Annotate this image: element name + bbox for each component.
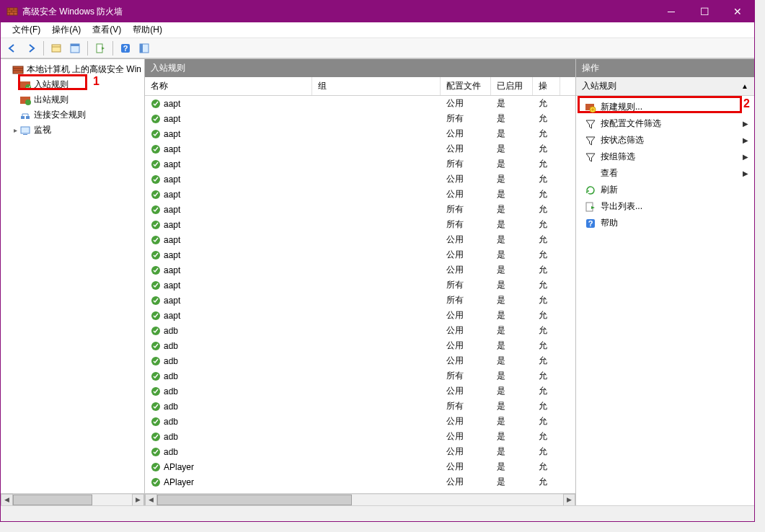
rule-action: 允 <box>536 218 563 231</box>
scroll-left-button[interactable]: ◀ <box>1 494 13 506</box>
rule-action: 允 <box>536 143 563 155</box>
svg-rect-3 <box>71 44 79 46</box>
action-item[interactable]: 按配置文件筛选▶ <box>576 115 754 132</box>
table-row[interactable]: aapt所有是允 <box>145 217 575 232</box>
action-item[interactable]: ?帮助 <box>576 215 754 231</box>
col-header-profile[interactable]: 配置文件 <box>441 77 491 95</box>
maximize-button[interactable]: ☐ <box>688 1 721 22</box>
col-header-enabled[interactable]: 已启用 <box>491 77 533 95</box>
action-item[interactable]: 按组筛选▶ <box>576 148 754 165</box>
action-item[interactable]: 按状态筛选▶ <box>576 132 754 148</box>
table-row[interactable]: aapt公用是允 <box>145 141 575 156</box>
back-button[interactable] <box>4 40 21 57</box>
table-row[interactable]: aapt公用是允 <box>145 232 575 247</box>
table-row[interactable]: aapt公用是允 <box>145 262 575 278</box>
table-row[interactable]: adb公用是允 <box>145 353 575 368</box>
menu-action[interactable]: 操作(A) <box>46 22 87 38</box>
table-row[interactable]: aapt公用是允 <box>145 308 575 323</box>
action-item[interactable]: 查看▶ <box>576 165 754 182</box>
expander-icon[interactable]: ▸ <box>11 126 19 134</box>
rule-name: aapt <box>164 159 180 169</box>
action-item[interactable]: 刷新 <box>576 182 754 198</box>
toolbar-export-button[interactable] <box>92 40 109 57</box>
rule-profile: 公用 <box>443 385 494 397</box>
action-item[interactable]: 新建规则... <box>576 99 754 115</box>
minimize-button[interactable]: ─ <box>655 1 688 22</box>
tree-outbound-rules[interactable]: 出站规则 <box>17 92 144 107</box>
statusbar <box>1 505 754 521</box>
titlebar[interactable]: 高级安全 Windows 防火墙 ─ ☐ ✕ <box>1 1 754 22</box>
list-hscrollbar[interactable]: ◀ ▶ <box>145 493 575 505</box>
menu-help[interactable]: 帮助(H) <box>127 22 168 38</box>
allow-icon <box>151 220 161 230</box>
table-row[interactable]: aapt公用是允 <box>145 187 575 202</box>
rule-name: aapt <box>164 99 180 109</box>
table-row[interactable]: aapt公用是允 <box>145 172 575 187</box>
rule-profile: 公用 <box>443 415 494 427</box>
new-rule-icon <box>585 102 596 113</box>
scroll-right-button[interactable]: ▶ <box>132 494 144 506</box>
allow-icon <box>151 462 161 472</box>
table-row[interactable]: APlayer公用是允 <box>145 474 575 489</box>
scroll-right-button[interactable]: ▶ <box>563 494 575 506</box>
expander-icon[interactable] <box>6 66 12 74</box>
actions-title: 操作 <box>576 59 754 77</box>
table-row[interactable]: aapt所有是允 <box>145 278 575 293</box>
actions-section-header[interactable]: 入站规则 ▲ <box>576 77 754 96</box>
table-row[interactable]: aapt公用是允 <box>145 247 575 262</box>
rule-enabled: 是 <box>494 203 536 216</box>
toolbar-help-button[interactable]: ? <box>117 40 134 57</box>
rule-action: 允 <box>536 97 563 110</box>
table-row[interactable]: adb公用是允 <box>145 384 575 399</box>
svg-rect-15 <box>26 116 30 119</box>
rule-profile: 公用 <box>443 234 494 246</box>
action-item[interactable]: 导出列表... <box>576 198 754 215</box>
table-row[interactable]: aapt所有是允 <box>145 293 575 308</box>
table-row[interactable]: aapt公用是允 <box>145 126 575 141</box>
table-row[interactable]: adb所有是允 <box>145 368 575 384</box>
table-row[interactable]: aapt所有是允 <box>145 202 575 217</box>
rule-action: 允 <box>536 249 563 261</box>
table-row[interactable]: adb所有是允 <box>145 399 575 414</box>
collapse-icon[interactable]: ▲ <box>741 82 748 90</box>
table-row[interactable]: aapt所有是允 <box>145 111 575 126</box>
rule-profile: 所有 <box>443 158 494 170</box>
close-button[interactable]: ✕ <box>721 1 754 22</box>
menu-view[interactable]: 查看(V) <box>87 22 127 38</box>
tree-pane[interactable]: 本地计算机 上的高级安全 Win 入站规则 出站规则 连接安全规则 <box>1 59 145 505</box>
connection-security-icon <box>19 110 31 121</box>
col-header-group[interactable]: 组 <box>312 77 441 95</box>
tree-monitoring[interactable]: ▸ 监视 <box>17 123 144 138</box>
table-row[interactable]: APlayer公用是允 <box>145 459 575 474</box>
tree-hscrollbar[interactable]: ◀ ▶ <box>1 493 144 505</box>
action-label: 按状态筛选 <box>601 134 644 146</box>
table-row[interactable]: aapt所有是允 <box>145 156 575 172</box>
toolbar-btn-3[interactable] <box>136 40 153 57</box>
rule-name: adb <box>164 371 178 381</box>
svg-rect-9 <box>13 66 23 74</box>
table-row[interactable]: adb公用是允 <box>145 444 575 459</box>
toolbar-btn-2[interactable] <box>66 40 84 57</box>
list-body[interactable]: aapt公用是允aapt所有是允aapt公用是允aapt公用是允aapt所有是允… <box>145 96 575 493</box>
col-header-name[interactable]: 名称 <box>145 77 312 95</box>
tree-conn-security-rules[interactable]: 连接安全规则 <box>17 107 144 123</box>
rule-action: 允 <box>536 324 563 337</box>
table-row[interactable]: adb公用是允 <box>145 429 575 444</box>
table-row[interactable]: adb公用是允 <box>145 414 575 429</box>
rule-action: 允 <box>536 279 563 291</box>
scroll-left-button[interactable]: ◀ <box>145 494 157 506</box>
list-title: 入站规则 <box>145 59 575 77</box>
rule-enabled: 是 <box>494 143 536 155</box>
list-pane: 入站规则 名称 组 配置文件 已启用 操 aapt公用是允aapt所有是允aap… <box>145 59 575 505</box>
rule-enabled: 是 <box>494 294 536 306</box>
table-row[interactable]: aapt公用是允 <box>145 96 575 111</box>
table-row[interactable]: adb公用是允 <box>145 338 575 353</box>
rule-enabled: 是 <box>494 385 536 397</box>
rule-name: aapt <box>164 265 180 275</box>
rule-action: 允 <box>536 203 563 216</box>
table-row[interactable]: adb公用是允 <box>145 323 575 338</box>
col-header-action[interactable]: 操 <box>533 77 560 95</box>
forward-button[interactable] <box>22 40 40 57</box>
toolbar-btn-1[interactable] <box>48 40 65 57</box>
menu-file[interactable]: 文件(F) <box>6 22 46 38</box>
